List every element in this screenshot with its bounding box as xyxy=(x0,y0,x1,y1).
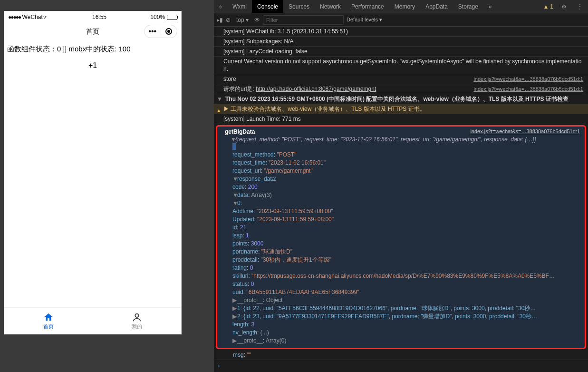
battery-icon xyxy=(167,15,177,20)
tab-label: 首页 xyxy=(43,323,54,330)
log-line: msg: "" xyxy=(223,351,586,359)
array-item-2[interactable]: 2: {id: 23, uuid: "9A5177E93301471F9EF92… xyxy=(237,313,537,320)
tab-console[interactable]: Console xyxy=(252,0,283,13)
more-vert-icon[interactable]: ⋮ xyxy=(572,0,588,13)
tab-network[interactable]: Network xyxy=(315,0,346,13)
phone-frame: ●●●●● WeChatᯤ 16:55 100% 首页 ••• 函数组件状态：0 xyxy=(4,11,182,334)
filter-input[interactable] xyxy=(263,15,344,25)
log-line: Current Wechat version do not support as… xyxy=(223,58,586,73)
disclosure-triangle-icon[interactable]: ▼ xyxy=(217,95,222,103)
devtools: ⟡ Wxml Console Sources Network Performan… xyxy=(214,0,588,372)
warning-count[interactable]: ▲1 xyxy=(540,0,556,13)
tab-appdata[interactable]: AppData xyxy=(420,0,453,13)
increment-button[interactable]: +1 xyxy=(4,58,181,74)
element-picker-icon[interactable]: ⟡ xyxy=(214,0,227,13)
source-link[interactable]: index.js?t=wechat&s=…38838a076b5dcd51d:1 xyxy=(473,75,586,83)
tabs-overflow-icon[interactable]: » xyxy=(483,0,497,13)
tab-performance[interactable]: Performance xyxy=(346,0,389,13)
nav-bar: 首页 ••• xyxy=(4,23,181,41)
log-line: [system] WeChatLib: 3.1.5 (2023.10.31 14… xyxy=(223,28,586,35)
object-tree: request_method: "POST" request_time: "20… xyxy=(218,143,584,345)
object-title: getBigData xyxy=(225,128,255,135)
battery-group: 100% xyxy=(150,14,177,20)
clock: 16:55 xyxy=(92,14,106,20)
tab-me[interactable]: 我的 xyxy=(93,308,181,334)
capsule-more-icon[interactable]: ••• xyxy=(145,27,161,36)
home-icon xyxy=(43,312,54,323)
tab-bar: 首页 我的 xyxy=(4,307,181,334)
live-expr-eye-icon[interactable]: 👁 xyxy=(254,17,260,23)
clear-console-icon[interactable]: ⊘ xyxy=(226,17,231,23)
log-line: [system] Launch Time: 771 ms xyxy=(223,115,586,123)
console-prompt[interactable]: › xyxy=(214,360,588,372)
source-link[interactable]: index.js?t=wechat&s=…38838a076b5dcd51d:1 xyxy=(470,128,580,135)
object-summary: ▼{request_method: "POST", request_time: … xyxy=(218,136,584,143)
svg-point-0 xyxy=(135,313,138,317)
log-line: store xyxy=(223,75,470,83)
state-text: 函数组件状态：0 || mobx中的状态: 100 xyxy=(4,41,181,58)
capsule-button[interactable]: ••• xyxy=(144,25,177,38)
expanded-object: getBigData index.js?t=wechat&s=…38838a07… xyxy=(216,125,586,349)
page-title: 首页 xyxy=(86,28,99,36)
log-levels-selector[interactable]: Default levels ▾ xyxy=(347,17,382,23)
log-group: Thu Nov 02 2023 16:55:59 GMT+0800 (中国标准时… xyxy=(225,95,586,103)
source-link[interactable]: index.js?t=wechat&s=…38838a076b5dcd51d:1 xyxy=(473,85,586,93)
tab-sources[interactable]: Sources xyxy=(283,0,315,13)
user-icon xyxy=(132,312,142,323)
status-bar: ●●●●● WeChatᯤ 16:55 100% xyxy=(4,11,181,23)
signal-carrier: ●●●●● WeChatᯤ xyxy=(8,14,48,20)
console-output[interactable]: [system] WeChatLib: 3.1.5 (2023.10.31 14… xyxy=(214,27,588,360)
tab-home[interactable]: 首页 xyxy=(4,308,93,334)
tab-memory[interactable]: Memory xyxy=(389,0,420,13)
log-line: 请求的url是: http://api.hado-official.cn:808… xyxy=(223,85,470,93)
array-item-1[interactable]: 1: {id: 22, uuid: "5AFF56C3F559444688D19… xyxy=(237,305,536,312)
log-warning: ▶ 工具未校验合法域名、web-view（业务域名）、TLS 版本以及 HTTP… xyxy=(223,105,586,113)
sidebar-toggle-icon[interactable]: ▸▮ xyxy=(217,17,223,23)
log-line: [system] Subpackages: N/A xyxy=(223,38,586,45)
context-selector[interactable]: top ▾ xyxy=(233,17,251,23)
log-line: [system] LazyCodeLoading: false xyxy=(223,48,586,55)
console-toolbar: ▸▮ ⊘ top ▾ 👁 Default levels ▾ xyxy=(214,13,588,27)
capsule-close-icon[interactable] xyxy=(161,28,177,35)
devtools-tabbar: ⟡ Wxml Console Sources Network Performan… xyxy=(214,0,588,13)
tab-wxml[interactable]: Wxml xyxy=(227,0,252,13)
page-content: 函数组件状态：0 || mobx中的状态: 100 +1 xyxy=(4,41,181,307)
settings-gear-icon[interactable]: ⚙ xyxy=(556,0,572,13)
simulator-pane: ●●●●● WeChatᯤ 16:55 100% 首页 ••• 函数组件状态：0 xyxy=(0,0,214,372)
tab-storage[interactable]: Storage xyxy=(453,0,483,13)
request-url-link[interactable]: http://api.hado-official.cn:8087/game/ga… xyxy=(256,86,376,92)
tab-label: 我的 xyxy=(132,323,142,330)
